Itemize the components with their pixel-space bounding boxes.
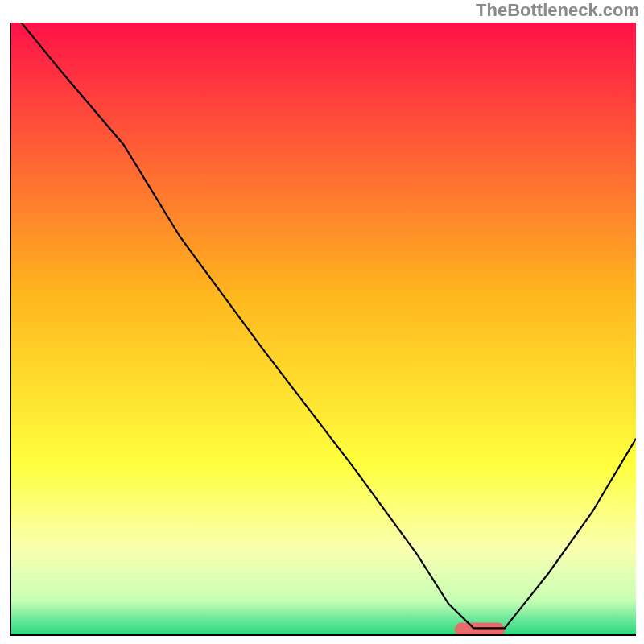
svg-rect-0 [11,23,636,634]
chart-root: TheBottleneck.com [0,0,644,644]
attribution-text: TheBottleneck.com [476,0,639,21]
chart-svg [11,23,636,634]
plot-area [10,23,636,636]
